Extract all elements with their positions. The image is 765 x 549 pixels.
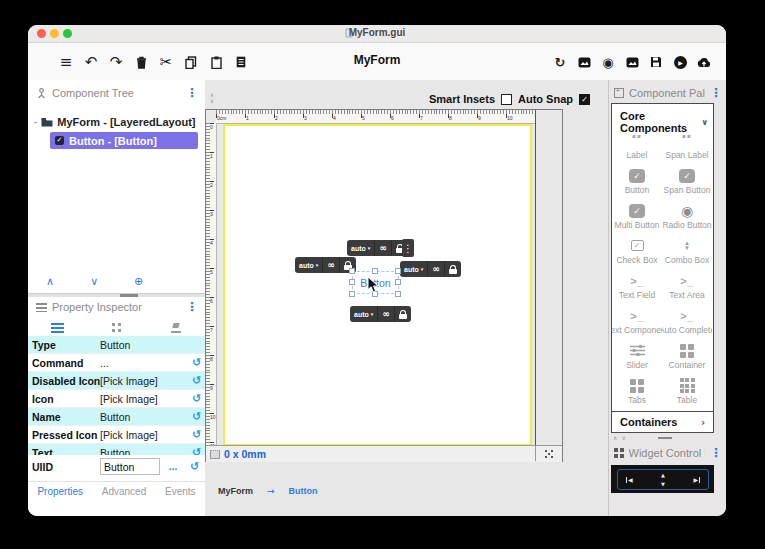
palette-menu-icon[interactable]: ⋮ [710,86,722,100]
auto-dropdown[interactable]: auto▾ [400,261,428,277]
breadcrumb-leaf[interactable]: Button [289,486,318,496]
palette-item[interactable]: ◉ Radio Button [662,198,712,233]
palette-item[interactable]: Tabs [612,373,662,408]
widget-menu-icon[interactable]: ⋮ [710,446,722,460]
add-component-icon[interactable]: ⊕ [117,275,161,288]
palette-item[interactable]: “ Label [612,128,662,163]
palette-item[interactable]: >_ Text Area [662,268,712,303]
property-row[interactable]: Disabled Icon [Pick Image] ↺ [28,372,205,390]
uiid-input[interactable] [100,458,160,475]
constraint-bar-right[interactable]: auto▾ ∞ [400,261,461,277]
palette-item[interactable]: Slider [612,338,662,373]
reset-property-icon[interactable]: ↺ [188,428,205,441]
auto-dropdown[interactable]: auto▾ [350,306,378,322]
record-icon[interactable]: ◉ [598,52,618,72]
uiid-more-button[interactable]: ... [160,461,186,472]
resize-handle[interactable] [349,268,355,274]
property-value[interactable]: Button [100,411,188,423]
smart-insets-checkbox[interactable] [501,94,512,105]
tab-list-view[interactable] [28,319,87,336]
canvas-scroll-arrows[interactable]: ∧ ∨ [207,92,217,104]
palette-item[interactable]: ✓ Button [612,163,662,198]
lock-button[interactable] [445,261,461,277]
property-value[interactable]: [Pick Image] [100,429,188,441]
tree-root-row[interactable]: - MyForm - [LayeredLayout] [34,113,195,130]
containers-section[interactable]: Containers › [612,411,713,432]
lock-button[interactable] [395,306,411,322]
auto-dropdown[interactable]: auto▾ [347,240,375,256]
infinity-button[interactable]: ∞ [323,257,340,273]
infinity-button[interactable]: ∞ [375,240,392,256]
palette-item[interactable]: >_ Text Field [612,268,662,303]
property-row[interactable]: Icon [Pick Image] ↺ [28,390,205,408]
chevron-down-icon[interactable]: ∨ [621,435,625,441]
reset-property-icon[interactable]: ↺ [188,356,205,369]
property-value[interactable]: ... [100,357,188,369]
title-bar[interactable]: MyForm.gui [28,25,726,43]
property-row-uiid: UIID ... ↺ [28,455,205,478]
infinity-button[interactable]: ∞ [378,306,395,322]
resize-handle[interactable] [349,279,355,285]
palette-item[interactable]: ✓ Multi Button [612,198,662,233]
reset-property-icon[interactable]: ↺ [188,392,205,405]
vertical-scroll-track[interactable] [535,110,562,446]
property-row[interactable]: Name Button ↺ [28,408,205,426]
resize-handle[interactable] [395,279,401,285]
property-value[interactable]: [Pick Image] [100,375,188,387]
palette-item[interactable]: ▲▼ Combo Box [662,233,712,268]
property-row[interactable]: Pressed Icon [Pick Image] ↺ [28,426,205,444]
breadcrumb-root[interactable]: MyForm [218,486,253,496]
tab-style-view[interactable] [146,319,205,336]
palette-scroll-strip[interactable]: ∧ ∨ [613,435,712,441]
property-row[interactable]: Type Button [28,336,205,354]
image-icon[interactable] [622,52,642,72]
property-row[interactable]: Command ... ↺ [28,354,205,372]
constraint-bar-bottom[interactable]: auto▾ ∞ [350,306,411,322]
tab-properties[interactable]: Properties [37,486,83,497]
auto-snap-checkbox[interactable]: ✓ [579,94,590,105]
tree-selected-row[interactable]: ✓ Button - [Button] [50,132,198,149]
palette-item[interactable]: “ Span Label [662,128,712,163]
panel-splitter[interactable] [28,293,205,297]
expand-canvas-button[interactable] [535,446,562,461]
move-up-icon[interactable]: ∧ [28,275,72,288]
auto-dropdown[interactable]: auto▾ [295,257,323,273]
scroll-thumb[interactable] [658,437,672,439]
palette-item[interactable]: Container [662,338,712,373]
tab-events[interactable]: Events [165,486,196,497]
reset-property-icon[interactable]: ↺ [188,410,205,423]
constraint-menu-button[interactable]: ⋮ [402,239,414,257]
collapse-icon[interactable]: - [34,116,37,127]
resize-handle[interactable] [395,268,401,274]
chevron-up-icon[interactable]: ∧ [613,435,617,441]
step-down-icon[interactable]: ▼ [661,481,665,487]
palette-item[interactable]: ✓ Check Box [612,233,662,268]
palette-item[interactable]: Table [662,373,712,408]
play-icon[interactable]: ▶ [670,52,690,72]
save-icon[interactable] [646,52,666,72]
property-value[interactable]: Button [100,339,188,351]
palette-item[interactable]: >_ Auto Complete [662,303,712,338]
palette-item[interactable]: >_ Text Component [612,303,662,338]
resize-handle[interactable] [349,291,355,297]
palette-item-label: Check Box [616,255,657,265]
reset-property-icon[interactable]: ↺ [186,460,203,473]
chevron-down-icon[interactable]: ∨ [207,98,217,104]
step-up-icon[interactable]: ▲ [661,472,665,478]
resize-handle[interactable] [372,268,378,274]
infinity-button[interactable]: ∞ [428,261,445,277]
constraint-bar-left[interactable]: auto▾ ∞ [295,257,356,273]
refresh-icon[interactable]: ↻ [550,52,570,72]
tree-menu-icon[interactable]: ⋮ [186,86,198,100]
constraint-bar-top[interactable]: auto▾ ∞ [347,240,408,256]
tab-advanced[interactable]: Advanced [102,486,146,497]
inspector-menu-icon[interactable]: ⋮ [186,300,198,314]
reset-property-icon[interactable]: ↺ [188,374,205,387]
tab-grid-view[interactable] [87,319,146,336]
palette-item[interactable]: ✓ Span Button [662,163,712,198]
image-icon[interactable] [574,52,594,72]
resize-handle[interactable] [395,291,401,297]
cloud-upload-icon[interactable] [694,52,714,72]
move-down-icon[interactable]: ∨ [72,275,116,288]
property-value[interactable]: [Pick Image] [100,393,188,405]
